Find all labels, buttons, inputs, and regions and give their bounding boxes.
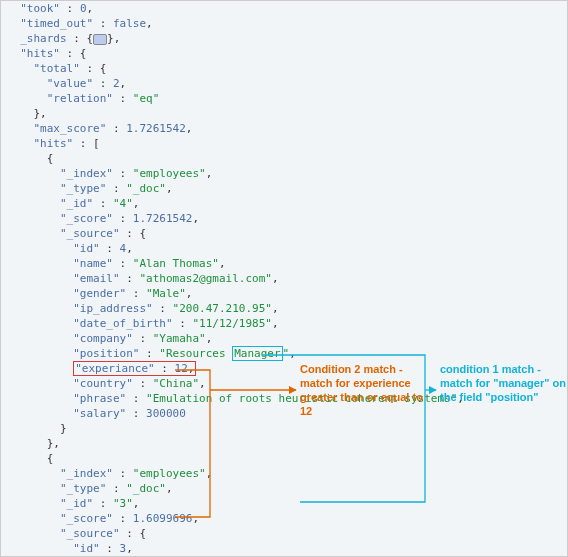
line: "salary" : 300000 [1,406,567,421]
line: "max_score" : 1.7261542, [1,121,567,136]
match-highlight-manager: Manager [232,346,282,361]
line: }, [1,436,567,451]
match-highlight-experience: "experiance" : 12, [73,361,196,376]
line: "value" : 2, [1,76,567,91]
line: "name" : "Alan Thomas", [1,256,567,271]
line: "_id" : "3", [1,496,567,511]
line: "id" : 3, [1,541,567,556]
line: "total" : { [1,61,567,76]
line: { [1,451,567,466]
line: "hits" : { [1,46,567,61]
line: _shards : {}, [1,31,567,46]
line: "position" : "Resources Manager", [1,346,567,361]
line: "ip_address" : "200.47.210.95", [1,301,567,316]
line: "_source" : { [1,226,567,241]
line: "_score" : 1.7261542, [1,211,567,226]
line: "date_of_birth" : "11/12/1985", [1,316,567,331]
line: "email" : "athomas2@gmail.com", [1,271,567,286]
annotation-condition1: condition 1 match - match for "manager" … [440,362,568,404]
annotation-condition2: Condition 2 match - match for experience… [300,362,430,418]
line: "_index" : "employees", [1,166,567,181]
code-viewer: "took" : 0, "timed_out" : false, _shards… [0,0,568,557]
line: "_id" : "4", [1,196,567,211]
line: "hits" : [ [1,136,567,151]
line: "_source" : { [1,526,567,541]
line: "_type" : "_doc", [1,181,567,196]
line: "_index" : "employees", [1,466,567,481]
line: "_type" : "_doc", [1,481,567,496]
line: "id" : 4, [1,241,567,256]
line: "gender" : "Male", [1,286,567,301]
line: "relation" : "eq" [1,91,567,106]
line: { [1,151,567,166]
line: "took" : 0, [1,1,567,16]
line: }, [1,106,567,121]
line: } [1,421,567,436]
line: "_score" : 1.6099696, [1,511,567,526]
collapse-icon[interactable] [93,34,107,45]
line: "timed_out" : false, [1,16,567,31]
line: "company" : "Yamaha", [1,331,567,346]
